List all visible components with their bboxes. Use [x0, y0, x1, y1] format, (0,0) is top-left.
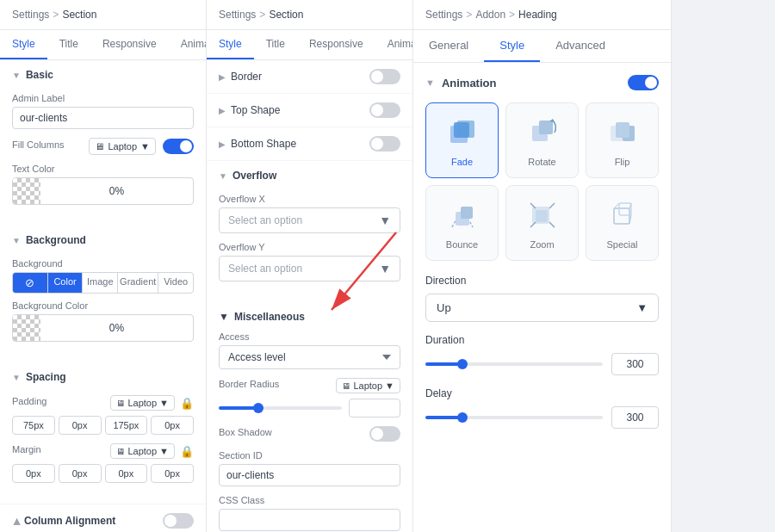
p2-tab-style[interactable]: Style	[207, 30, 254, 59]
bg-type-gradient[interactable]: Gradient	[118, 273, 158, 293]
overflow-section-header[interactable]: ▼ Overflow	[207, 161, 412, 190]
bottom-shape-toggle[interactable]	[369, 136, 400, 152]
anim-card-special[interactable]: Special	[586, 185, 659, 261]
anim-card-rotate[interactable]: Rotate	[505, 102, 579, 178]
padding-top[interactable]	[12, 416, 55, 435]
basic-section-header[interactable]: ▼ Basic	[0, 60, 206, 90]
special-icon	[604, 196, 642, 234]
padding-left[interactable]	[151, 416, 194, 435]
anim-card-zoom[interactable]: Zoom	[505, 185, 579, 261]
fill-columns-device[interactable]: 🖥 Laptop ▼	[89, 138, 156, 155]
direction-chevron-icon: ▼	[636, 301, 648, 314]
overflow-y-row: Overflow Y Select an option ▼	[219, 242, 400, 281]
bg-type-image[interactable]: Image	[83, 273, 118, 293]
fill-columns-chevron: ▼	[140, 141, 150, 152]
anim-card-fade[interactable]: Fade	[425, 102, 499, 178]
duration-value-input[interactable]	[611, 353, 659, 375]
fill-columns-device-label: Laptop	[108, 141, 137, 152]
misc-section-header[interactable]: ▼ Miscellaneous	[207, 302, 412, 331]
background-section-header[interactable]: ▼ Background	[0, 226, 206, 255]
border-radius-row: Border Radius 🖥 Laptop ▼	[219, 378, 400, 418]
overflow-y-chevron-icon: ▼	[379, 262, 391, 275]
margin-bottom[interactable]	[105, 464, 148, 483]
bg-type-color[interactable]: Color	[48, 273, 84, 293]
breadcrumb-parent[interactable]: Settings	[12, 9, 49, 21]
flip-label: Flip	[615, 157, 630, 167]
anim-card-flip[interactable]: Flip	[586, 102, 659, 178]
p2-breadcrumb-parent[interactable]: Settings	[219, 9, 256, 21]
border-radius-device[interactable]: 🖥 Laptop ▼	[336, 378, 400, 393]
bottom-shape-row: ▶ Bottom Shape	[207, 127, 412, 161]
padding-bottom[interactable]	[105, 416, 148, 435]
tab-animation-1[interactable]: Animatio...	[169, 30, 207, 59]
p2-tab-title[interactable]: Title	[254, 30, 297, 59]
overflow-y-select[interactable]: Select an option ▼	[219, 256, 400, 281]
bg-type-video[interactable]: Video	[158, 273, 193, 293]
text-color-swatch[interactable]	[13, 178, 40, 204]
tab-style-1[interactable]: Style	[0, 30, 47, 59]
p2-tab-animation[interactable]: Animatio...	[375, 30, 413, 59]
col-alignment-label: Column Alignment	[24, 515, 115, 527]
margin-device[interactable]: 🖥 Laptop ▼	[110, 443, 175, 459]
margin-lock-icon[interactable]: 🔒	[180, 445, 194, 458]
p3-breadcrumb-sep1: >	[466, 9, 472, 21]
css-class-input[interactable]	[219, 509, 400, 531]
bottom-shape-label-text: Bottom Shape	[231, 138, 296, 150]
delay-thumb[interactable]	[457, 412, 468, 423]
bg-color-row: Background Color	[12, 300, 194, 342]
border-radius-slider[interactable]	[219, 406, 342, 410]
duration-thumb[interactable]	[457, 359, 468, 369]
col-alignment-header[interactable]: ▶ Column Alignment	[0, 504, 206, 532]
duration-slider[interactable]	[425, 362, 603, 366]
p3-tab-advanced[interactable]: Advanced	[540, 30, 621, 62]
border-label-text: Border	[231, 71, 262, 83]
section-id-row: Section ID	[219, 450, 400, 486]
margin-right[interactable]	[59, 464, 102, 483]
p3-tab-style[interactable]: Style	[484, 30, 540, 62]
svg-line-16	[549, 203, 555, 208]
border-radius-value[interactable]	[349, 399, 400, 418]
admin-label-input[interactable]	[12, 107, 194, 129]
p2-tab-responsive[interactable]: Responsive	[297, 30, 375, 59]
animation-collapse-icon[interactable]: ▼	[425, 77, 435, 88]
tab-title-1[interactable]: Title	[47, 30, 90, 59]
box-shadow-toggle[interactable]	[369, 426, 400, 442]
bg-color-input[interactable]	[12, 314, 194, 342]
text-color-input[interactable]	[12, 177, 194, 205]
delay-value-input[interactable]	[611, 406, 659, 429]
top-shape-toggle[interactable]	[369, 102, 400, 118]
animation-toggle[interactable]	[628, 75, 659, 90]
padding-lock-icon[interactable]: 🔒	[180, 397, 194, 410]
p3-breadcrumb-parent2[interactable]: Addon	[475, 9, 505, 21]
border-toggle[interactable]	[369, 69, 400, 84]
p3-breadcrumb-parent1[interactable]: Settings	[425, 9, 462, 21]
spacing-section-header[interactable]: ▼ Spacing	[0, 362, 206, 392]
section-id-input[interactable]	[219, 464, 400, 486]
bg-color-value[interactable]	[40, 318, 193, 338]
col-alignment-toggle[interactable]	[163, 513, 194, 529]
spacing-section-label: Spacing	[26, 371, 66, 383]
bg-type-none[interactable]: ⊘	[13, 273, 48, 293]
border-label[interactable]: ▶ Border	[219, 71, 262, 83]
border-radius-label: Border Radius	[219, 379, 279, 389]
admin-label-row: Admin Label	[12, 93, 194, 129]
margin-top[interactable]	[12, 464, 55, 483]
svg-rect-12	[461, 207, 473, 219]
p3-tab-general[interactable]: General	[413, 30, 484, 62]
anim-card-bounce[interactable]: Bounce	[425, 185, 499, 261]
border-radius-thumb[interactable]	[253, 403, 264, 413]
top-shape-label[interactable]: ▶ Top Shape	[219, 104, 280, 116]
access-select[interactable]: Access level	[219, 345, 400, 369]
text-color-value[interactable]	[40, 181, 193, 201]
overflow-x-select[interactable]: Select an option ▼	[219, 207, 400, 233]
margin-left[interactable]	[151, 464, 194, 483]
direction-select[interactable]: Up ▼	[425, 294, 659, 322]
bg-color-swatch[interactable]	[13, 315, 40, 341]
padding-device[interactable]: 🖥 Laptop ▼	[110, 395, 175, 411]
fill-columns-toggle[interactable]	[163, 139, 194, 154]
bg-type-tabs: ⊘ Color Image Gradient Video	[12, 272, 194, 294]
delay-slider[interactable]	[425, 416, 603, 419]
padding-right[interactable]	[59, 416, 102, 435]
tab-responsive-1[interactable]: Responsive	[90, 30, 169, 59]
bottom-shape-label[interactable]: ▶ Bottom Shape	[219, 138, 296, 150]
